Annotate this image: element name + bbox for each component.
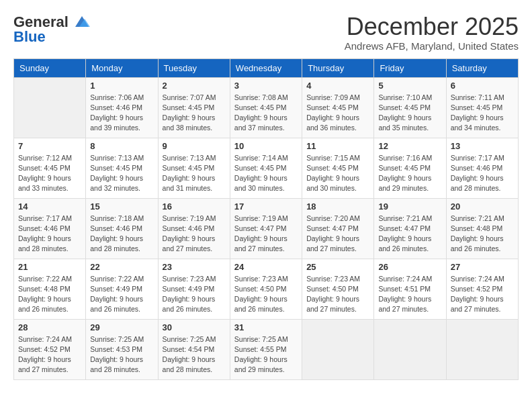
calendar-cell: 26Sunrise: 7:24 AMSunset: 4:51 PMDayligh… [374, 259, 446, 319]
week-row-5: 28Sunrise: 7:24 AMSunset: 4:52 PMDayligh… [14, 319, 519, 379]
day-info: Sunrise: 7:07 AMSunset: 4:45 PMDaylight:… [163, 93, 226, 134]
week-row-2: 7Sunrise: 7:12 AMSunset: 4:45 PMDaylight… [14, 138, 519, 198]
calendar-cell: 13Sunrise: 7:17 AMSunset: 4:46 PMDayligh… [446, 138, 518, 198]
day-info: Sunrise: 7:13 AMSunset: 4:45 PMDaylight:… [163, 153, 226, 194]
calendar-cell: 24Sunrise: 7:23 AMSunset: 4:50 PMDayligh… [230, 259, 302, 319]
day-info: Sunrise: 7:14 AMSunset: 4:45 PMDaylight:… [234, 153, 298, 194]
week-row-3: 14Sunrise: 7:17 AMSunset: 4:46 PMDayligh… [14, 198, 519, 259]
calendar-cell: 30Sunrise: 7:25 AMSunset: 4:54 PMDayligh… [158, 319, 230, 379]
day-info: Sunrise: 7:19 AMSunset: 4:46 PMDaylight:… [163, 214, 226, 255]
calendar-cell: 12Sunrise: 7:16 AMSunset: 4:45 PMDayligh… [374, 138, 446, 198]
day-info: Sunrise: 7:15 AMSunset: 4:45 PMDaylight:… [306, 153, 369, 194]
day-number: 10 [234, 141, 298, 151]
day-number: 28 [18, 322, 81, 332]
day-number: 9 [163, 141, 226, 151]
day-number: 27 [451, 262, 514, 272]
calendar-cell: 16Sunrise: 7:19 AMSunset: 4:46 PMDayligh… [158, 198, 230, 259]
day-number: 18 [306, 201, 369, 212]
page-header: General Blue December 2025 Andrews AFB, … [13, 13, 519, 52]
day-info: Sunrise: 7:25 AMSunset: 4:55 PMDaylight:… [234, 334, 298, 375]
day-number: 7 [18, 141, 81, 151]
day-info: Sunrise: 7:17 AMSunset: 4:46 PMDaylight:… [18, 214, 81, 255]
day-info: Sunrise: 7:23 AMSunset: 4:50 PMDaylight:… [306, 274, 369, 315]
calendar-cell: 19Sunrise: 7:21 AMSunset: 4:47 PMDayligh… [374, 198, 446, 259]
day-number: 5 [378, 81, 441, 91]
calendar-cell: 17Sunrise: 7:19 AMSunset: 4:47 PMDayligh… [230, 198, 302, 259]
calendar-cell: 2Sunrise: 7:07 AMSunset: 4:45 PMDaylight… [158, 77, 230, 138]
calendar-cell [446, 319, 518, 379]
day-number: 20 [451, 201, 514, 212]
day-info: Sunrise: 7:16 AMSunset: 4:45 PMDaylight:… [378, 153, 441, 194]
day-info: Sunrise: 7:10 AMSunset: 4:45 PMDaylight:… [378, 93, 441, 134]
day-number: 8 [90, 141, 153, 151]
day-info: Sunrise: 7:09 AMSunset: 4:45 PMDaylight:… [306, 93, 369, 134]
calendar-cell [14, 77, 86, 138]
day-info: Sunrise: 7:22 AMSunset: 4:48 PMDaylight:… [18, 274, 81, 315]
calendar-cell [374, 319, 446, 379]
day-number: 1 [90, 81, 153, 91]
day-number: 26 [378, 262, 441, 272]
day-number: 17 [234, 201, 298, 212]
calendar-cell: 28Sunrise: 7:24 AMSunset: 4:52 PMDayligh… [14, 319, 86, 379]
day-number: 2 [163, 81, 226, 91]
day-info: Sunrise: 7:23 AMSunset: 4:50 PMDaylight:… [234, 274, 298, 315]
calendar-cell: 25Sunrise: 7:23 AMSunset: 4:50 PMDayligh… [302, 259, 374, 319]
day-info: Sunrise: 7:17 AMSunset: 4:46 PMDaylight:… [451, 153, 514, 194]
location: Andrews AFB, Maryland, United States [345, 40, 519, 52]
calendar-cell: 11Sunrise: 7:15 AMSunset: 4:45 PMDayligh… [302, 138, 374, 198]
day-number: 23 [163, 262, 226, 272]
day-info: Sunrise: 7:23 AMSunset: 4:49 PMDaylight:… [163, 274, 226, 315]
header-monday: Monday [86, 58, 158, 77]
calendar-cell: 15Sunrise: 7:18 AMSunset: 4:46 PMDayligh… [86, 198, 158, 259]
calendar-cell: 4Sunrise: 7:09 AMSunset: 4:45 PMDaylight… [302, 77, 374, 138]
day-info: Sunrise: 7:06 AMSunset: 4:46 PMDaylight:… [90, 93, 153, 134]
day-number: 25 [306, 262, 369, 272]
day-number: 3 [234, 81, 298, 91]
day-info: Sunrise: 7:24 AMSunset: 4:52 PMDaylight:… [451, 274, 514, 315]
calendar-cell: 9Sunrise: 7:13 AMSunset: 4:45 PMDaylight… [158, 138, 230, 198]
calendar-cell: 7Sunrise: 7:12 AMSunset: 4:45 PMDaylight… [14, 138, 86, 198]
header-saturday: Saturday [446, 58, 518, 77]
calendar-cell: 10Sunrise: 7:14 AMSunset: 4:45 PMDayligh… [230, 138, 302, 198]
calendar-header-row: SundayMondayTuesdayWednesdayThursdayFrid… [14, 58, 519, 77]
calendar-cell: 1Sunrise: 7:06 AMSunset: 4:46 PMDaylight… [86, 77, 158, 138]
calendar-cell: 14Sunrise: 7:17 AMSunset: 4:46 PMDayligh… [14, 198, 86, 259]
calendar-cell: 20Sunrise: 7:21 AMSunset: 4:48 PMDayligh… [446, 198, 518, 259]
day-number: 24 [234, 262, 298, 272]
day-number: 30 [163, 322, 226, 332]
header-wednesday: Wednesday [230, 58, 302, 77]
month-title: December 2025 [345, 13, 519, 40]
day-number: 16 [163, 201, 226, 212]
calendar-cell: 18Sunrise: 7:20 AMSunset: 4:47 PMDayligh… [302, 198, 374, 259]
day-number: 6 [451, 81, 514, 91]
day-number: 4 [306, 81, 369, 91]
header-tuesday: Tuesday [158, 58, 230, 77]
day-info: Sunrise: 7:25 AMSunset: 4:54 PMDaylight:… [163, 334, 226, 375]
calendar-cell: 31Sunrise: 7:25 AMSunset: 4:55 PMDayligh… [230, 319, 302, 379]
header-thursday: Thursday [302, 58, 374, 77]
day-number: 19 [378, 201, 441, 212]
day-info: Sunrise: 7:20 AMSunset: 4:47 PMDaylight:… [306, 214, 369, 255]
calendar-cell: 27Sunrise: 7:24 AMSunset: 4:52 PMDayligh… [446, 259, 518, 319]
calendar-cell: 6Sunrise: 7:11 AMSunset: 4:45 PMDaylight… [446, 77, 518, 138]
title-section: December 2025 Andrews AFB, Maryland, Uni… [345, 13, 519, 52]
logo-icon [73, 15, 91, 30]
week-row-4: 21Sunrise: 7:22 AMSunset: 4:48 PMDayligh… [14, 259, 519, 319]
logo-blue: Blue [13, 28, 46, 46]
week-row-1: 1Sunrise: 7:06 AMSunset: 4:46 PMDaylight… [14, 77, 519, 138]
calendar-cell: 22Sunrise: 7:22 AMSunset: 4:49 PMDayligh… [86, 259, 158, 319]
calendar-cell: 21Sunrise: 7:22 AMSunset: 4:48 PMDayligh… [14, 259, 86, 319]
day-number: 12 [378, 141, 441, 151]
day-info: Sunrise: 7:08 AMSunset: 4:45 PMDaylight:… [234, 93, 298, 134]
day-info: Sunrise: 7:12 AMSunset: 4:45 PMDaylight:… [18, 153, 81, 194]
day-number: 31 [234, 322, 298, 332]
logo: General Blue [13, 13, 91, 46]
day-number: 14 [18, 201, 81, 212]
header-friday: Friday [374, 58, 446, 77]
day-info: Sunrise: 7:25 AMSunset: 4:53 PMDaylight:… [90, 334, 153, 375]
calendar-cell: 29Sunrise: 7:25 AMSunset: 4:53 PMDayligh… [86, 319, 158, 379]
calendar-cell: 23Sunrise: 7:23 AMSunset: 4:49 PMDayligh… [158, 259, 230, 319]
day-number: 21 [18, 262, 81, 272]
calendar-cell: 3Sunrise: 7:08 AMSunset: 4:45 PMDaylight… [230, 77, 302, 138]
day-info: Sunrise: 7:11 AMSunset: 4:45 PMDaylight:… [451, 93, 514, 134]
